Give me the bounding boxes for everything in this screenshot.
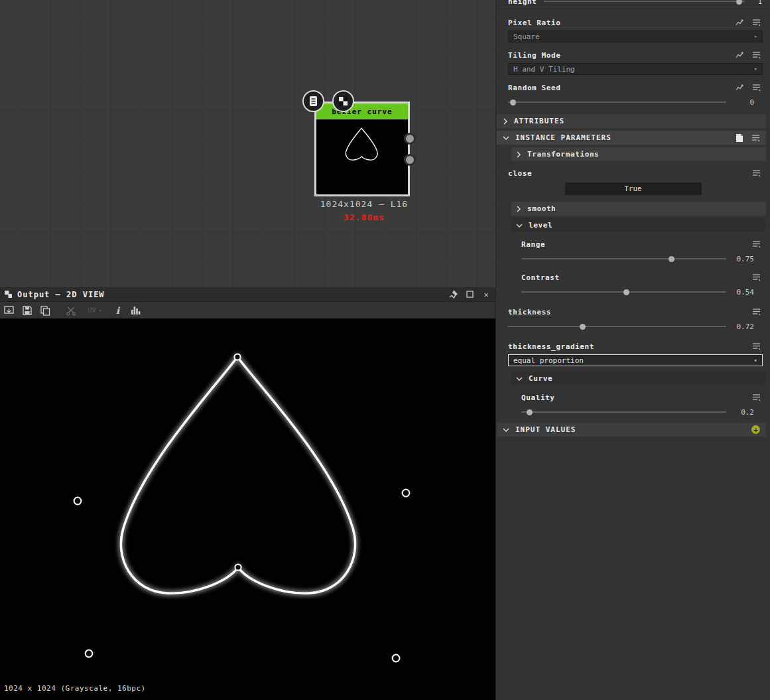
input-values-header-label: INPUT VALUES (515, 425, 576, 434)
node-parameters-button[interactable] (302, 90, 324, 112)
range-slider-row: 0.75 (496, 252, 770, 265)
thickness-gradient-value: equal proportion (513, 356, 584, 365)
control-point[interactable] (393, 655, 400, 662)
parameter-menu-icon[interactable] (752, 342, 761, 350)
chevron-down-icon: ▾ (754, 357, 757, 364)
tiling-mode-select[interactable]: H and V Tiling ▾ (508, 63, 763, 75)
chevron-right-icon (516, 151, 521, 158)
node-render-time: 32.88ms (304, 212, 424, 222)
function-icon[interactable] (736, 51, 744, 59)
quality-value: 0.2 (733, 408, 754, 417)
chevron-down-icon (516, 376, 523, 382)
pixel-ratio-select[interactable]: Square ▾ (508, 31, 763, 42)
thickness-slider[interactable] (508, 323, 726, 330)
unlink-icon (66, 305, 76, 316)
parameter-menu-icon[interactable] (752, 393, 761, 401)
add-input-value-icon[interactable]: + (751, 425, 760, 434)
parameter-menu-icon[interactable] (752, 273, 761, 281)
export-view-icon[interactable] (3, 305, 15, 316)
contrast-slider-row: 0.54 (496, 285, 770, 299)
info-icon[interactable]: i (116, 305, 119, 316)
thickness-gradient-select[interactable]: equal proportion ▾ (508, 354, 763, 366)
random-seed-slider[interactable] (508, 99, 726, 105)
histogram-icon[interactable] (131, 305, 141, 316)
viewer-title: Output — 2D VIEW (17, 290, 105, 299)
param-close: close (496, 165, 770, 181)
node-thumbnail (316, 119, 408, 194)
contrast-slider[interactable] (521, 289, 726, 295)
section-instance-parameters[interactable]: INSTANCE PARAMETERS (497, 131, 766, 145)
control-point[interactable] (403, 490, 410, 497)
parameter-menu-icon[interactable] (751, 134, 760, 142)
tiling-mode-label: Tiling Mode (508, 51, 560, 60)
node-output-connector-1[interactable] (404, 133, 416, 145)
viewer-2d-canvas[interactable]: 1024 x 1024 (Grayscale, 16bpc) (0, 318, 495, 699)
section-level[interactable]: level (511, 218, 766, 232)
close-icon[interactable]: ✕ (481, 289, 491, 300)
control-point[interactable] (235, 564, 241, 570)
control-point[interactable] (234, 354, 240, 360)
close-toggle-button[interactable]: True (565, 182, 702, 195)
param-pixel-ratio: Pixel Ratio (496, 15, 770, 31)
function-icon[interactable] (736, 84, 744, 92)
section-curve[interactable]: Curve (511, 372, 766, 385)
chevron-right-icon (503, 118, 508, 125)
chevron-down-icon (503, 427, 509, 433)
section-input-values[interactable]: INPUT VALUES + (497, 423, 766, 437)
pin-icon[interactable] (448, 289, 458, 300)
thickness-gradient-label: thickness_gradient (508, 342, 594, 351)
param-height: height 1 (496, 0, 770, 9)
parameter-menu-icon[interactable] (752, 308, 761, 316)
preset-icon[interactable] (736, 133, 743, 143)
function-icon[interactable] (736, 19, 744, 27)
node-header: bezier curve (316, 104, 408, 119)
document-icon (308, 96, 318, 107)
control-point[interactable] (86, 650, 93, 658)
instance-parameters-header-label: INSTANCE PARAMETERS (515, 133, 611, 142)
parameter-menu-icon[interactable] (752, 19, 761, 27)
thickness-label: thickness (508, 308, 551, 316)
node-output-connector-2[interactable] (404, 154, 416, 166)
height-slider[interactable] (544, 0, 745, 5)
thickness-value: 0.72 (733, 322, 754, 331)
parameter-menu-icon[interactable] (752, 84, 761, 92)
section-smooth[interactable]: smooth (511, 202, 766, 216)
chevron-down-icon (503, 135, 509, 141)
node-graph-canvas[interactable]: bezier curve 1 (0, 0, 495, 287)
pixel-ratio-value: Square (513, 33, 540, 41)
bezier-curve-node[interactable]: bezier curve (314, 102, 410, 196)
contrast-label: Contrast (521, 273, 560, 282)
param-thickness: thickness (496, 304, 770, 320)
uv-label: UV (88, 306, 96, 315)
range-slider[interactable] (521, 255, 726, 262)
viewer-status-text: 1024 x 1024 (Grayscale, 16bpc) (4, 684, 146, 693)
save-icon[interactable] (22, 305, 32, 316)
properties-panel: height 1 Pixel Ratio Square ▾ (495, 0, 770, 700)
node-preview-toggle-button[interactable] (332, 90, 354, 112)
copy-icon[interactable] (40, 305, 50, 316)
control-point[interactable] (74, 498, 82, 505)
range-label: Range (521, 240, 545, 249)
heart-thumbnail-icon (343, 125, 381, 163)
param-random-seed: Random Seed (496, 80, 770, 96)
section-attributes[interactable]: ATTRIBUTES (497, 114, 766, 128)
height-label: height (508, 0, 537, 6)
quality-slider[interactable] (521, 409, 726, 415)
chevron-down-icon: ▾ (98, 307, 101, 314)
chevron-down-icon: ▾ (754, 66, 757, 72)
heart-curve-render (0, 318, 495, 699)
checker-icon (338, 96, 348, 106)
pixel-ratio-label: Pixel Ratio (508, 19, 560, 27)
maximize-icon[interactable] (464, 289, 475, 300)
viewer-toolbar: UV ▾ i (0, 302, 495, 318)
quality-label: Quality (521, 393, 555, 402)
range-value: 0.75 (733, 255, 754, 263)
parameter-menu-icon[interactable] (752, 169, 761, 177)
param-contrast: Contrast (496, 269, 770, 285)
viewer-titlebar[interactable]: Output — 2D VIEW ✕ (0, 287, 495, 302)
node-resolution-label: 1024x1024 — L16 (304, 199, 424, 209)
section-transformations[interactable]: Transformations (511, 147, 766, 161)
parameter-menu-icon[interactable] (752, 51, 761, 59)
parameter-menu-icon[interactable] (752, 240, 761, 248)
uv-mode-dropdown: UV ▾ (88, 305, 102, 316)
